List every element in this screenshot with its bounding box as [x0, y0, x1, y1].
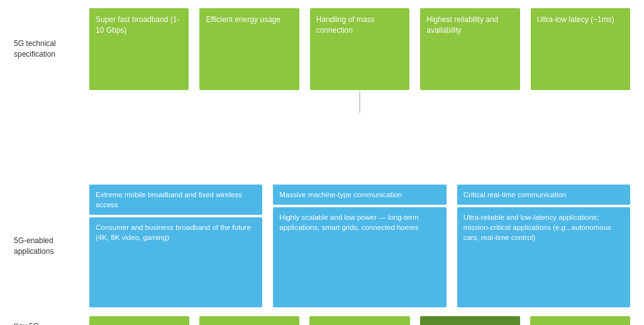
app-column-2: Critical real-time communicationUltra-re…: [457, 185, 630, 307]
diagram: 5G technical specification Super fast br…: [14, 8, 630, 317]
app-bottom-0: Consumer and business broadband of the f…: [89, 217, 262, 307]
app-top-2: Critical real-time communication: [457, 185, 630, 205]
tech-row: Key 5G technologies Network slicingmmW s…: [14, 316, 630, 325]
spec-row: 5G technical specification Super fast br…: [14, 8, 630, 90]
spec-label: 5G technical specification: [14, 8, 89, 90]
spec-box-4: Ultra-low latecy (~1ms): [531, 8, 630, 90]
tech-box-0: Network slicing: [89, 316, 189, 325]
spec-content: Super fast broadband (1-10 Gbps)Efficien…: [89, 8, 630, 90]
tech-box-2: Massive MIMO: [309, 316, 409, 325]
spec-box-0: Super fast broadband (1-10 Gbps): [89, 8, 189, 90]
connectors: [89, 90, 630, 185]
apps-row: 5G-enabled applications Extreme mobile b…: [14, 185, 630, 307]
tech-box-4: Small cells: [530, 316, 630, 325]
apps-label: 5G-enabled applications: [14, 185, 89, 307]
spec-box-1: Efficient energy usage: [199, 8, 299, 90]
app-bottom-1: Highly scalable and low power — long-ter…: [273, 207, 446, 307]
app-top-1: Massive machine-type communication: [273, 185, 446, 205]
tech-box-1: mmW spectrum: [199, 316, 299, 325]
app-column-0: Extreme mobile broadband and fixed wirel…: [89, 185, 262, 307]
app-column-1: Massive machine-type communicationHighly…: [273, 185, 446, 307]
tech-content: Network slicingmmW spectrumMassive MIMOB…: [89, 316, 630, 325]
spec-box-3: Highest reliability and availability: [420, 8, 519, 90]
tech-label: Key 5G technologies: [14, 316, 89, 325]
tech-box-3: Beam forming: [420, 316, 520, 325]
connector-row: [14, 90, 630, 185]
spec-box-2: Handling of mass connection: [310, 8, 409, 90]
apps-content: Extreme mobile broadband and fixed wirel…: [89, 185, 630, 307]
app-bottom-2: Ultra-reliable and low-latency applicati…: [457, 207, 630, 307]
app-top-0: Extreme mobile broadband and fixed wirel…: [89, 185, 262, 215]
